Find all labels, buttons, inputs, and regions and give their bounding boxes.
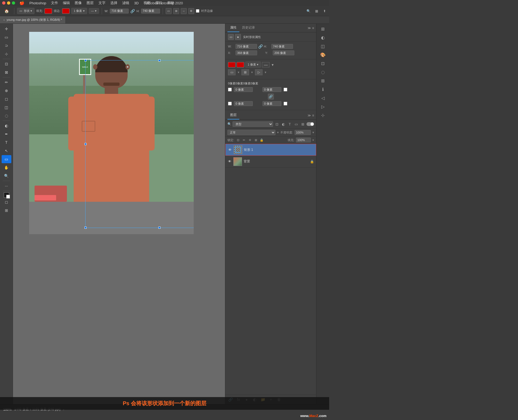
link-corners-btn[interactable]: 🔗 <box>268 94 274 100</box>
w-prop-input[interactable] <box>236 44 257 49</box>
corner-check-2[interactable] <box>284 88 287 91</box>
magic-wand-tool[interactable]: ⊹ <box>2 50 11 58</box>
stroke-style-btn[interactable]: — ▾ <box>89 8 99 14</box>
fr-layers-icon[interactable]: ⊞ <box>318 25 328 33</box>
fr-gradient-icon[interactable]: ◌ <box>318 68 328 76</box>
fr-swatches-icon[interactable]: ⊡ <box>318 59 328 67</box>
stroke-style-dropdown[interactable]: ▾ <box>272 63 274 67</box>
align-btn-1[interactable]: ▭ <box>166 8 172 14</box>
tab-history[interactable]: 历史记录 <box>239 24 258 32</box>
fill-color-swatch[interactable] <box>228 62 236 67</box>
join-btn[interactable]: ⊞ <box>241 69 249 75</box>
stroke-color-swatch[interactable] <box>237 62 244 67</box>
layer-item-rect1[interactable]: 👁 矩形 1 <box>225 144 316 156</box>
layer-filter-adj-icon[interactable]: ◐ <box>281 121 286 127</box>
mask-mode[interactable]: ◻ <box>2 198 11 206</box>
shape-tool-btn[interactable]: ▭ 形状 ▾ <box>17 8 35 14</box>
corner-r4-input[interactable] <box>263 101 281 106</box>
stroke-style-prop-btn[interactable]: — <box>262 62 270 67</box>
minimize-button[interactable] <box>7 1 10 5</box>
path-select-tool[interactable]: ↖ <box>2 147 11 155</box>
eyedropper-tool[interactable]: ⊠ <box>2 68 11 76</box>
layer-item-bg[interactable]: 👁 背景 🔒 <box>225 156 316 168</box>
layers-menu-icon[interactable]: ≡ <box>312 114 314 117</box>
width-input[interactable] <box>110 9 129 13</box>
menu-image[interactable]: 图像 <box>73 0 84 6</box>
fill-input[interactable] <box>296 138 311 142</box>
panel-expand-icon[interactable]: ≫ <box>308 26 311 30</box>
fr-patterns-icon[interactable]: ⊞ <box>318 77 328 85</box>
lock-position-btn[interactable]: ✏ <box>242 138 246 142</box>
document-tab[interactable]: × young man.jpg @ 100% (矩形 1, RGB/8) * <box>0 16 66 23</box>
screen-mode[interactable]: ⊞ <box>2 206 11 214</box>
lock-pixels-btn[interactable]: ⊡ <box>236 138 240 142</box>
marquee-tool[interactable]: ▭ <box>2 33 11 41</box>
fill-swatch[interactable] <box>45 8 52 14</box>
lock-full-btn[interactable]: 🔒 <box>260 138 264 142</box>
layer-visibility-bg[interactable]: 👁 <box>227 159 232 164</box>
settings-btn[interactable]: ⚙ <box>188 8 194 14</box>
search-button[interactable]: 🔍 <box>305 8 311 14</box>
eraser-tool[interactable]: ◻ <box>2 95 11 103</box>
wh-link-icon[interactable]: 🔗 <box>258 44 263 49</box>
layers-expand-icon[interactable]: ≫ <box>308 114 311 117</box>
align-edge-checkbox[interactable] <box>196 9 199 13</box>
menu-text[interactable]: 文字 <box>96 0 108 6</box>
zoom-tool[interactable]: 🔍 <box>2 172 11 180</box>
canvas-area[interactable]: WALK <box>13 24 225 404</box>
lock-all-btn[interactable]: ✛ <box>248 138 252 142</box>
corner-r3-input[interactable] <box>234 101 253 106</box>
blend-expand-arrow[interactable]: ▾ <box>277 131 279 134</box>
layer-visibility-rect1[interactable]: 👁 <box>228 148 232 152</box>
h-prop-input[interactable] <box>271 44 293 49</box>
gradient-tool[interactable]: ◫ <box>2 103 11 111</box>
corner-r1-input[interactable] <box>234 87 253 92</box>
fr-color-icon[interactable]: 🎨 <box>318 51 328 59</box>
fr-adjustments-icon[interactable]: ◐ <box>318 33 328 42</box>
align-inside-btn[interactable]: ▭ <box>228 69 236 75</box>
menu-3d[interactable]: 3D <box>132 1 141 6</box>
layout-btn[interactable]: ▦ <box>313 8 319 14</box>
traffic-lights[interactable] <box>0 1 15 5</box>
dodge-tool[interactable]: ◐ <box>2 122 11 130</box>
fr-actions-icon[interactable]: ▷ <box>318 103 328 111</box>
menu-edit[interactable]: 编辑 <box>61 0 72 6</box>
rectangle-tool[interactable]: ▭ <box>2 155 11 163</box>
height-input[interactable] <box>141 9 160 13</box>
menu-file[interactable]: 文件 <box>49 0 60 6</box>
stroke-swatch[interactable] <box>62 8 70 14</box>
align-btn-2[interactable]: ⊞ <box>173 8 179 14</box>
corner-check-3[interactable] <box>228 102 232 105</box>
corner-check-4[interactable] <box>284 102 287 105</box>
tab-close-btn[interactable]: × <box>3 18 5 22</box>
close-button[interactable] <box>2 1 5 5</box>
fill-expand-arrow[interactable]: ▾ <box>312 138 314 142</box>
crop-tool[interactable]: ⊡ <box>2 60 11 68</box>
menu-layer[interactable]: 图层 <box>84 0 96 6</box>
lasso-tool[interactable]: ⊃ <box>2 42 11 50</box>
corner-check-1[interactable] <box>228 88 232 91</box>
panel-menu-icon[interactable]: ≡ <box>312 26 314 30</box>
fr-info-icon[interactable]: ℹ <box>318 85 328 93</box>
pen-tool[interactable]: ✒ <box>2 130 11 138</box>
tab-properties[interactable]: 属性 <box>227 24 239 32</box>
layer-filter-shape-icon[interactable]: ▭ <box>294 121 299 127</box>
move-tool[interactable]: ✛ <box>2 25 11 33</box>
home-tool-btn[interactable]: 🏠 <box>2 7 11 15</box>
layer-filter-smartobj-icon[interactable]: ⊞ <box>300 121 305 127</box>
ends-btn[interactable]: ▷ <box>255 69 263 75</box>
opacity-input[interactable] <box>295 130 311 135</box>
blur-tool[interactable]: ◌ <box>2 112 11 120</box>
x-prop-input[interactable] <box>236 50 257 55</box>
text-tool[interactable]: T <box>2 138 11 146</box>
tab-layers[interactable]: 图层 <box>227 111 239 119</box>
y-prop-input[interactable] <box>273 50 294 55</box>
foreground-color[interactable] <box>4 192 9 198</box>
apple-menu[interactable]: 🍎 <box>17 0 27 6</box>
layer-type-select[interactable]: 类型 <box>233 121 273 127</box>
menu-select[interactable]: 选择 <box>108 0 120 6</box>
corner-r2-input[interactable] <box>263 87 281 92</box>
extra-tools[interactable]: ··· <box>2 182 11 190</box>
fr-puppet-icon[interactable]: ⊹ <box>318 111 328 119</box>
shape-prop-icon-2[interactable]: ● <box>235 34 241 40</box>
